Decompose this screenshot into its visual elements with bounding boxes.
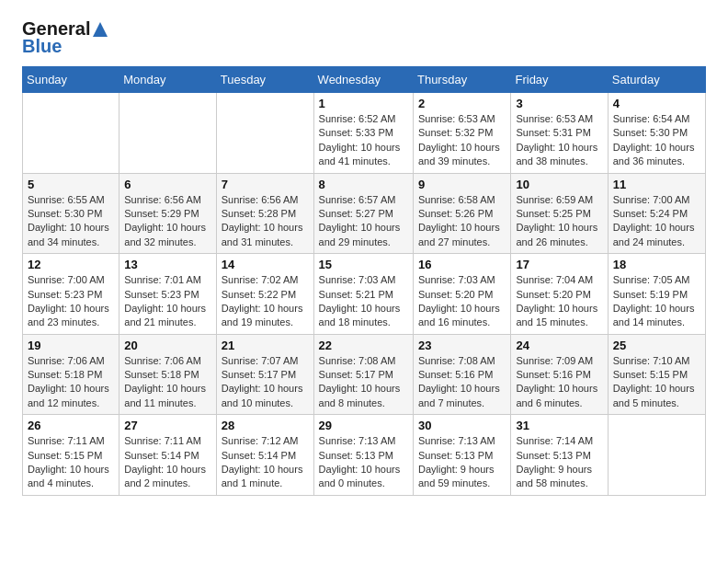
day-info: Sunrise: 7:11 AM Sunset: 5:14 PM Dayligh…	[124, 434, 210, 491]
day-header-friday: Friday	[511, 67, 608, 93]
day-info: Sunrise: 7:06 AM Sunset: 5:18 PM Dayligh…	[124, 354, 210, 411]
day-number: 31	[516, 419, 602, 432]
day-cell: 19Sunrise: 7:06 AM Sunset: 5:18 PM Dayli…	[23, 334, 119, 415]
day-header-tuesday: Tuesday	[216, 67, 313, 93]
day-cell: 11Sunrise: 7:00 AM Sunset: 5:24 PM Dayli…	[608, 173, 705, 254]
day-info: Sunrise: 6:55 AM Sunset: 5:30 PM Dayligh…	[28, 193, 114, 250]
day-cell: 24Sunrise: 7:09 AM Sunset: 5:16 PM Dayli…	[511, 334, 608, 415]
header: General Blue	[22, 18, 706, 57]
day-cell: 25Sunrise: 7:10 AM Sunset: 5:15 PM Dayli…	[608, 334, 705, 415]
day-header-monday: Monday	[119, 67, 216, 93]
day-number: 9	[418, 178, 506, 191]
day-cell: 28Sunrise: 7:12 AM Sunset: 5:14 PM Dayli…	[216, 415, 313, 496]
day-header-saturday: Saturday	[608, 67, 705, 93]
day-info: Sunrise: 6:59 AM Sunset: 5:25 PM Dayligh…	[516, 193, 602, 250]
day-number: 10	[516, 178, 602, 191]
day-info: Sunrise: 6:53 AM Sunset: 5:32 PM Dayligh…	[418, 112, 506, 169]
day-cell: 17Sunrise: 7:04 AM Sunset: 5:20 PM Dayli…	[511, 254, 608, 335]
day-number: 18	[613, 258, 700, 271]
day-number: 12	[28, 258, 114, 271]
day-cell: 8Sunrise: 6:57 AM Sunset: 5:27 PM Daylig…	[313, 173, 413, 254]
day-number: 14	[222, 258, 309, 271]
day-header-thursday: Thursday	[413, 67, 511, 93]
day-info: Sunrise: 7:00 AM Sunset: 5:23 PM Dayligh…	[28, 273, 114, 330]
day-cell: 15Sunrise: 7:03 AM Sunset: 5:21 PM Dayli…	[313, 254, 413, 335]
day-cell: 14Sunrise: 7:02 AM Sunset: 5:22 PM Dayli…	[216, 254, 313, 335]
week-row-1: 1Sunrise: 6:52 AM Sunset: 5:33 PM Daylig…	[23, 93, 706, 174]
week-row-5: 26Sunrise: 7:11 AM Sunset: 5:15 PM Dayli…	[23, 415, 706, 496]
day-number: 13	[124, 258, 210, 271]
day-cell: 5Sunrise: 6:55 AM Sunset: 5:30 PM Daylig…	[23, 173, 119, 254]
day-number: 26	[28, 419, 114, 432]
day-info: Sunrise: 7:03 AM Sunset: 5:20 PM Dayligh…	[418, 273, 506, 330]
day-info: Sunrise: 7:02 AM Sunset: 5:22 PM Dayligh…	[222, 273, 309, 330]
day-cell: 29Sunrise: 7:13 AM Sunset: 5:13 PM Dayli…	[313, 415, 413, 496]
day-cell: 22Sunrise: 7:08 AM Sunset: 5:17 PM Dayli…	[313, 334, 413, 415]
day-number: 7	[222, 178, 309, 191]
day-info: Sunrise: 7:13 AM Sunset: 5:13 PM Dayligh…	[418, 434, 506, 491]
week-row-2: 5Sunrise: 6:55 AM Sunset: 5:30 PM Daylig…	[23, 173, 706, 254]
day-number: 27	[124, 419, 210, 432]
day-info: Sunrise: 6:54 AM Sunset: 5:30 PM Dayligh…	[613, 112, 700, 169]
day-info: Sunrise: 7:13 AM Sunset: 5:13 PM Dayligh…	[319, 434, 408, 491]
day-info: Sunrise: 6:58 AM Sunset: 5:26 PM Dayligh…	[418, 193, 506, 250]
day-cell: 7Sunrise: 6:56 AM Sunset: 5:28 PM Daylig…	[216, 173, 313, 254]
day-cell: 13Sunrise: 7:01 AM Sunset: 5:23 PM Dayli…	[119, 254, 216, 335]
day-info: Sunrise: 6:57 AM Sunset: 5:27 PM Dayligh…	[319, 193, 408, 250]
day-cell: 6Sunrise: 6:56 AM Sunset: 5:29 PM Daylig…	[119, 173, 216, 254]
header-row: SundayMondayTuesdayWednesdayThursdayFrid…	[23, 67, 706, 93]
day-info: Sunrise: 7:09 AM Sunset: 5:16 PM Dayligh…	[516, 354, 602, 411]
day-cell: 9Sunrise: 6:58 AM Sunset: 5:26 PM Daylig…	[413, 173, 511, 254]
day-info: Sunrise: 7:01 AM Sunset: 5:23 PM Dayligh…	[124, 273, 210, 330]
day-number: 20	[124, 339, 210, 352]
day-info: Sunrise: 7:05 AM Sunset: 5:19 PM Dayligh…	[613, 273, 700, 330]
day-info: Sunrise: 6:52 AM Sunset: 5:33 PM Dayligh…	[319, 112, 408, 169]
day-cell: 30Sunrise: 7:13 AM Sunset: 5:13 PM Dayli…	[413, 415, 511, 496]
day-cell: 1Sunrise: 6:52 AM Sunset: 5:33 PM Daylig…	[313, 93, 413, 174]
day-info: Sunrise: 6:53 AM Sunset: 5:31 PM Dayligh…	[516, 112, 602, 169]
day-info: Sunrise: 7:11 AM Sunset: 5:15 PM Dayligh…	[28, 434, 114, 491]
logo-icon	[92, 21, 108, 38]
day-number: 30	[418, 419, 506, 432]
day-header-sunday: Sunday	[23, 67, 119, 93]
day-number: 22	[319, 339, 408, 352]
day-cell: 12Sunrise: 7:00 AM Sunset: 5:23 PM Dayli…	[23, 254, 119, 335]
day-cell: 31Sunrise: 7:14 AM Sunset: 5:13 PM Dayli…	[511, 415, 608, 496]
day-number: 16	[418, 258, 506, 271]
day-info: Sunrise: 7:03 AM Sunset: 5:21 PM Dayligh…	[319, 273, 408, 330]
day-cell: 4Sunrise: 6:54 AM Sunset: 5:30 PM Daylig…	[608, 93, 705, 174]
day-info: Sunrise: 7:10 AM Sunset: 5:15 PM Dayligh…	[613, 354, 700, 411]
day-cell	[608, 415, 705, 496]
day-number: 29	[319, 419, 408, 432]
day-info: Sunrise: 7:06 AM Sunset: 5:18 PM Dayligh…	[28, 354, 114, 411]
day-cell: 27Sunrise: 7:11 AM Sunset: 5:14 PM Dayli…	[119, 415, 216, 496]
day-number: 2	[418, 97, 506, 110]
day-cell: 3Sunrise: 6:53 AM Sunset: 5:31 PM Daylig…	[511, 93, 608, 174]
day-cell	[23, 93, 119, 174]
day-number: 19	[28, 339, 114, 352]
day-number: 4	[613, 97, 700, 110]
day-cell: 26Sunrise: 7:11 AM Sunset: 5:15 PM Dayli…	[23, 415, 119, 496]
day-info: Sunrise: 7:08 AM Sunset: 5:16 PM Dayligh…	[418, 354, 506, 411]
day-cell: 20Sunrise: 7:06 AM Sunset: 5:18 PM Dayli…	[119, 334, 216, 415]
day-cell: 10Sunrise: 6:59 AM Sunset: 5:25 PM Dayli…	[511, 173, 608, 254]
week-row-3: 12Sunrise: 7:00 AM Sunset: 5:23 PM Dayli…	[23, 254, 706, 335]
day-number: 28	[222, 419, 309, 432]
svg-marker-0	[93, 22, 108, 37]
day-info: Sunrise: 6:56 AM Sunset: 5:28 PM Dayligh…	[222, 193, 309, 250]
day-header-wednesday: Wednesday	[313, 67, 413, 93]
day-number: 24	[516, 339, 602, 352]
calendar-table: SundayMondayTuesdayWednesdayThursdayFrid…	[22, 66, 706, 496]
day-info: Sunrise: 7:07 AM Sunset: 5:17 PM Dayligh…	[222, 354, 309, 411]
day-info: Sunrise: 7:08 AM Sunset: 5:17 PM Dayligh…	[319, 354, 408, 411]
day-info: Sunrise: 6:56 AM Sunset: 5:29 PM Dayligh…	[124, 193, 210, 250]
day-cell: 23Sunrise: 7:08 AM Sunset: 5:16 PM Dayli…	[413, 334, 511, 415]
day-cell	[216, 93, 313, 174]
day-number: 3	[516, 97, 602, 110]
day-number: 11	[613, 178, 700, 191]
day-info: Sunrise: 7:04 AM Sunset: 5:20 PM Dayligh…	[516, 273, 602, 330]
week-row-4: 19Sunrise: 7:06 AM Sunset: 5:18 PM Dayli…	[23, 334, 706, 415]
day-cell	[119, 93, 216, 174]
day-info: Sunrise: 7:12 AM Sunset: 5:14 PM Dayligh…	[222, 434, 309, 491]
day-cell: 18Sunrise: 7:05 AM Sunset: 5:19 PM Dayli…	[608, 254, 705, 335]
